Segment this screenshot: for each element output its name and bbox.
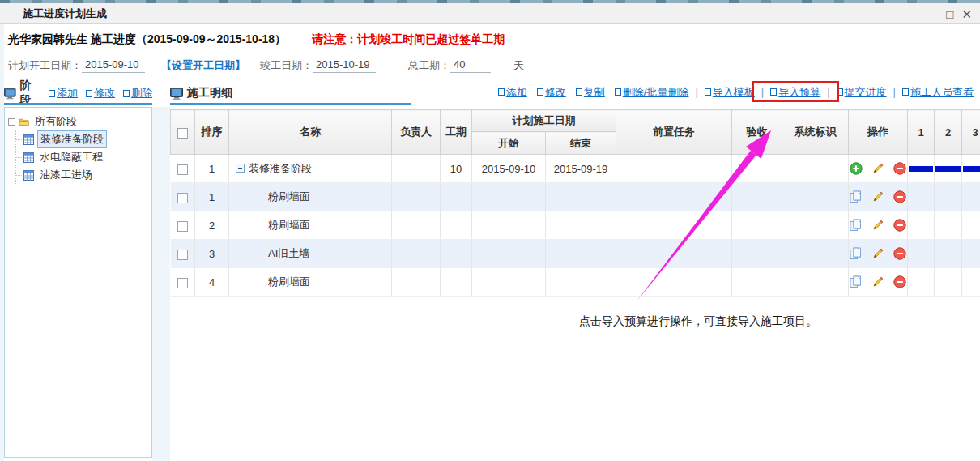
edit-icon[interactable] xyxy=(871,275,884,288)
sidebar-item-plumbing-electric[interactable]: 水电隐蔽工程 xyxy=(16,148,148,166)
tree-root-all-stages[interactable]: 所有阶段 xyxy=(8,113,148,130)
cell-start xyxy=(472,240,546,268)
toolbar-copy-link[interactable]: 复制 xyxy=(576,85,605,100)
cell-owner xyxy=(392,211,441,240)
cell-start: 2015-09-10 xyxy=(472,155,546,183)
cell-end: 2015-09-19 xyxy=(546,155,616,183)
delete-icon[interactable] xyxy=(893,219,906,232)
cell-select xyxy=(171,268,195,297)
detail-section-header: 施工明细 添加 修改 复制 删除/批量删除 | 导入模板 | 导入预算 | 提交… xyxy=(170,81,980,105)
link-box-icon xyxy=(615,88,621,96)
total-duration-input[interactable]: 40 xyxy=(450,58,491,73)
toolbar-import-template-link[interactable]: 导入模板 xyxy=(705,85,755,100)
stage-tree-panel: 所有阶段 装修准备阶段 水电隐蔽工程 油漆工进场 xyxy=(4,107,152,458)
stage-name: 装修准备阶段 xyxy=(249,162,312,174)
row-checkbox[interactable] xyxy=(177,164,188,175)
cell-duration xyxy=(441,211,472,240)
cell-day-2 xyxy=(935,155,962,183)
collapse-expander-icon[interactable] xyxy=(8,118,15,126)
copy-icon[interactable] xyxy=(850,247,863,260)
edit-icon[interactable] xyxy=(871,219,884,232)
row-checkbox[interactable] xyxy=(177,221,188,232)
tree-item-label[interactable]: 油漆工进场 xyxy=(37,167,95,183)
delete-icon[interactable] xyxy=(893,190,906,203)
cell-end xyxy=(546,268,616,297)
delete-icon[interactable] xyxy=(893,162,906,175)
link-box-icon xyxy=(902,88,909,96)
finish-date-input[interactable]: 2015-10-19 xyxy=(313,58,376,73)
delete-icon[interactable] xyxy=(893,275,906,288)
toolbar-delete-link[interactable]: 删除/批量删除 xyxy=(615,85,689,100)
toolbar-edit-link[interactable]: 修改 xyxy=(537,85,566,100)
toolbar-separator: | xyxy=(827,86,829,98)
tree-item-label[interactable]: 水电隐蔽工程 xyxy=(37,149,105,165)
detail-header-underline xyxy=(170,103,411,105)
maximize-icon[interactable]: □ xyxy=(946,8,953,20)
cell-name: 粉刷墙面 xyxy=(229,211,392,240)
monitor-icon xyxy=(4,88,16,100)
cell-select xyxy=(171,211,195,240)
cell-operation xyxy=(849,211,908,240)
toolbar-submit-progress-link[interactable]: 提交进度 xyxy=(837,85,887,100)
cell-owner xyxy=(392,268,441,297)
set-start-date-link[interactable]: 【设置开工日期】 xyxy=(161,58,245,73)
tree-connector xyxy=(16,175,23,176)
stage-add-link[interactable]: 添加 xyxy=(49,86,78,100)
cell-day-1 xyxy=(908,211,935,240)
toolbar-add-link[interactable]: 添加 xyxy=(498,85,527,100)
toolbar-import-budget-link[interactable]: 导入预算 xyxy=(770,85,820,100)
cell-start xyxy=(472,183,546,211)
import-budget-wrapper: 导入预算 xyxy=(765,85,825,100)
link-box-icon xyxy=(576,88,582,96)
plan-start-label: 计划开工日期： xyxy=(8,58,82,73)
cell-day-1 xyxy=(908,183,935,211)
row-checkbox[interactable] xyxy=(177,250,188,260)
stage-edit-link[interactable]: 修改 xyxy=(86,86,115,100)
link-box-icon xyxy=(770,88,777,96)
copy-icon[interactable] xyxy=(850,219,863,232)
edit-icon[interactable] xyxy=(871,162,884,175)
row-checkbox[interactable] xyxy=(177,193,188,203)
col-duration: 工期 xyxy=(441,110,472,155)
tree-root-label[interactable]: 所有阶段 xyxy=(32,113,79,130)
add-icon[interactable] xyxy=(850,162,863,175)
col-day-3: 3 xyxy=(962,110,980,155)
select-all-checkbox[interactable] xyxy=(177,128,188,139)
cell-owner xyxy=(392,183,441,211)
edit-icon[interactable] xyxy=(871,247,884,260)
gantt-bar xyxy=(909,166,933,172)
window-controls: □ ✕ xyxy=(946,3,972,24)
stage-delete-link[interactable]: 删除 xyxy=(123,86,152,100)
cell-order: 3 xyxy=(195,240,229,268)
schedule-table: 排序 名称 负责人 工期 计划施工日期 前置任务 验收 系统标识 操作 1 2 … xyxy=(170,109,980,297)
row-checkbox[interactable] xyxy=(177,278,188,288)
collapse-expander-icon[interactable] xyxy=(236,164,245,173)
cell-day-2 xyxy=(935,211,962,240)
select-all-header xyxy=(171,110,195,155)
cell-acceptance xyxy=(732,183,782,211)
panel-gap-strip xyxy=(152,107,170,461)
delete-icon[interactable] xyxy=(893,247,906,260)
copy-icon[interactable] xyxy=(850,275,863,288)
close-icon[interactable]: ✕ xyxy=(961,8,972,20)
schedule-warning-text: 请注意：计划竣工时间已超过签单工期 xyxy=(312,32,505,47)
link-box-icon xyxy=(86,90,92,97)
copy-icon[interactable] xyxy=(850,190,863,203)
link-box-icon xyxy=(498,88,505,96)
cell-operation xyxy=(849,155,908,183)
link-box-icon xyxy=(49,90,55,97)
plan-start-input[interactable]: 2015-09-10 xyxy=(82,58,145,73)
col-acceptance: 验收 xyxy=(732,110,782,155)
col-start: 开始 xyxy=(472,132,546,155)
stage-header-underline xyxy=(4,103,152,105)
tree-item-label[interactable]: 装修准备阶段 xyxy=(37,130,107,148)
sidebar-item-painting[interactable]: 油漆工进场 xyxy=(16,166,148,184)
cell-order: 2 xyxy=(195,211,229,240)
cell-select xyxy=(171,183,195,211)
toolbar-separator: | xyxy=(893,86,896,98)
sidebar-item-decoration-prep[interactable]: 装修准备阶段 xyxy=(16,130,148,148)
toolbar-worker-view-link[interactable]: 施工人员查看 xyxy=(902,85,974,100)
edit-icon[interactable] xyxy=(871,190,884,203)
col-name: 名称 xyxy=(229,110,392,155)
detail-toolbar: 添加 修改 复制 删除/批量删除 | 导入模板 | 导入预算 | 提交进度 | … xyxy=(493,81,978,103)
